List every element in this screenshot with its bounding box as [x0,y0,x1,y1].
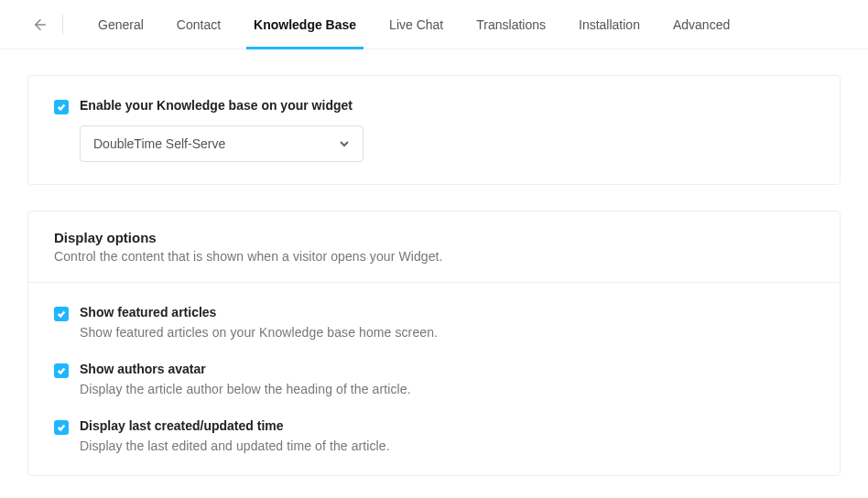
top-bar: General Contact Knowledge Base Live Chat… [0,0,868,49]
check-icon [57,103,66,112]
check-icon [57,366,66,375]
check-icon [57,309,66,319]
option-title: Show featured articles [80,305,814,319]
option-desc: Display the article author below the hea… [80,382,814,396]
kb-select[interactable]: DoubleTime Self-Serve [80,125,363,162]
tab-installation[interactable]: Installation [562,0,656,49]
enable-kb-checkbox[interactable] [54,100,69,114]
last-updated-checkbox[interactable] [54,420,69,435]
option-title: Show authors avatar [80,362,814,376]
display-options-subtitle: Control the content that is shown when a… [54,249,814,264]
option-desc: Display the last edited and updated time… [80,438,814,453]
option-desc: Show featured articles on your Knowledge… [80,325,814,340]
tab-label: Knowledge Base [254,17,356,32]
content-area: Enable your Knowledge base on your widge… [0,49,868,498]
arrow-left-icon [32,16,49,33]
chevron-down-icon [339,138,350,149]
tab-label: General [98,17,144,32]
option-last-updated: Display last created/updated time Displa… [54,418,814,453]
tab-label: Live Chat [389,17,443,32]
back-button[interactable] [27,12,53,38]
display-options-card: Display options Control the content that… [27,211,841,476]
enable-kb-row: Enable your Knowledge base on your widge… [54,98,814,162]
check-icon [57,423,66,432]
tab-contact[interactable]: Contact [160,0,237,49]
tab-label: Contact [177,17,221,32]
option-authors-avatar: Show authors avatar Display the article … [54,362,814,396]
vertical-divider [62,15,63,35]
enable-kb-label: Enable your Knowledge base on your widge… [80,98,814,113]
option-title: Display last created/updated time [80,418,814,433]
tab-label: Translations [476,17,546,32]
tab-translations[interactable]: Translations [460,0,562,49]
tab-label: Advanced [673,17,730,32]
option-featured-articles: Show featured articles Show featured art… [54,305,814,340]
tab-live-chat[interactable]: Live Chat [373,0,460,49]
featured-articles-checkbox[interactable] [54,307,69,321]
display-options-header: Display options Control the content that… [28,211,840,283]
kb-select-value: DoubleTime Self-Serve [93,136,225,151]
display-options-title: Display options [54,230,814,245]
tab-label: Installation [579,17,640,32]
tab-bar: General Contact Knowledge Base Live Chat… [81,0,746,49]
tab-general[interactable]: General [81,0,160,49]
tab-knowledge-base[interactable]: Knowledge Base [237,0,373,49]
authors-avatar-checkbox[interactable] [54,363,69,378]
tab-advanced[interactable]: Advanced [656,0,746,49]
enable-kb-card: Enable your Knowledge base on your widge… [27,75,841,185]
